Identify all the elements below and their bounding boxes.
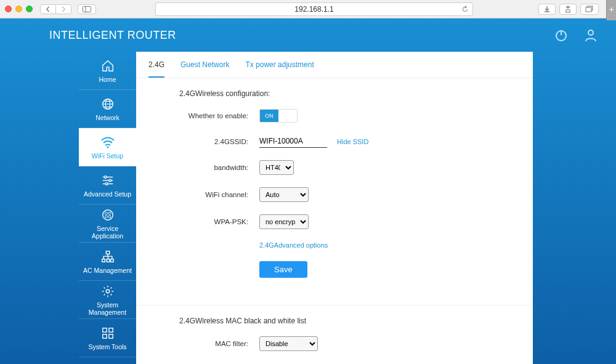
ssid-label: 2.4GSSID: bbox=[179, 138, 259, 145]
refresh-icon[interactable] bbox=[461, 6, 469, 13]
sidebar-item-wifi[interactable]: WiFi Setup bbox=[79, 128, 136, 166]
toggle-off bbox=[278, 110, 297, 122]
banner: INTELLIGENT ROUTER bbox=[0, 18, 616, 52]
svg-point-28 bbox=[106, 289, 110, 293]
apps-icon bbox=[101, 208, 115, 222]
forward-button[interactable] bbox=[55, 5, 71, 14]
viewport: INTELLIGENT ROUTER Home Network bbox=[0, 18, 616, 364]
svg-rect-29 bbox=[102, 328, 106, 331]
tabs-button[interactable] bbox=[580, 4, 599, 15]
user-icon[interactable] bbox=[583, 27, 599, 43]
minimize-window-button[interactable] bbox=[15, 6, 22, 12]
svg-rect-32 bbox=[108, 334, 112, 338]
svg-point-23 bbox=[108, 215, 110, 217]
sidebar-item-label: WiFi Setup bbox=[92, 152, 123, 160]
sidebar-item-home[interactable]: Home bbox=[79, 52, 136, 90]
ssid-input[interactable] bbox=[259, 135, 327, 148]
share-button[interactable] bbox=[559, 4, 577, 15]
enable-label: Whether to enable: bbox=[179, 112, 259, 119]
tab-txpower[interactable]: Tx power adjustment bbox=[245, 60, 314, 78]
row-save: Save bbox=[179, 261, 490, 278]
section-title: 2.4GWireless configuration: bbox=[179, 89, 490, 98]
svg-rect-25 bbox=[102, 259, 105, 262]
svg-point-14 bbox=[104, 176, 107, 178]
chrome-right-buttons bbox=[538, 4, 599, 15]
sidebar-item-network[interactable]: Network bbox=[79, 90, 136, 128]
home-icon bbox=[101, 59, 115, 73]
row-enable: Whether to enable: ON bbox=[179, 109, 490, 123]
svg-rect-3 bbox=[586, 7, 591, 12]
tab-24g[interactable]: 2.4G bbox=[148, 60, 164, 78]
row-wpa: WPA-PSK: no encryption bbox=[179, 214, 490, 229]
enable-toggle[interactable]: ON bbox=[259, 109, 298, 123]
save-button[interactable]: Save bbox=[259, 261, 307, 278]
wpa-label: WPA-PSK: bbox=[179, 218, 259, 225]
tabs: 2.4G Guest Network Tx power adjustment bbox=[136, 52, 533, 78]
browser-chrome: 192.168.1.1 + bbox=[0, 0, 616, 18]
svg-point-16 bbox=[108, 179, 111, 182]
hierarchy-icon bbox=[101, 249, 115, 264]
tools-icon bbox=[101, 326, 115, 341]
toggle-on: ON bbox=[260, 110, 278, 122]
back-button[interactable] bbox=[41, 5, 55, 14]
tab-guest[interactable]: Guest Network bbox=[180, 60, 229, 78]
maximize-window-button[interactable] bbox=[26, 6, 33, 12]
svg-rect-27 bbox=[110, 259, 113, 262]
row-ssid: 2.4GSSID: Hide SSID bbox=[179, 135, 490, 148]
svg-rect-0 bbox=[83, 6, 91, 12]
row-mac-filter: MAC filter: Disable bbox=[179, 336, 490, 351]
sidebar-item-label: Home bbox=[99, 76, 116, 83]
wpa-select[interactable]: no encryption bbox=[259, 214, 309, 229]
downloads-button[interactable] bbox=[538, 4, 556, 15]
close-window-button[interactable] bbox=[5, 6, 12, 12]
svg-rect-31 bbox=[102, 334, 106, 338]
shell: Home Network WiFi Setup Advanced Setup bbox=[79, 52, 616, 364]
mac-section-title: 2.4GWireless MAC black and white list bbox=[179, 317, 490, 325]
sidebar-item-label: Advanced Setup bbox=[84, 190, 131, 198]
sidebar-item-label: AC Management bbox=[83, 267, 132, 274]
sidebar-item-system[interactable]: System Management bbox=[79, 281, 136, 319]
row-advanced: 2.4GAdvanced options bbox=[179, 241, 490, 249]
power-icon[interactable] bbox=[553, 27, 569, 43]
channel-select[interactable]: Auto bbox=[259, 187, 309, 202]
gear-icon bbox=[101, 284, 115, 299]
svg-rect-26 bbox=[107, 259, 110, 262]
bandwidth-select[interactable]: HT40 bbox=[259, 160, 294, 175]
sliders-icon bbox=[101, 173, 115, 188]
sidebar-item-label: System Tools bbox=[88, 343, 126, 350]
url-bar[interactable]: 192.168.1.1 bbox=[155, 2, 473, 16]
svg-point-21 bbox=[108, 212, 110, 214]
sidebar-item-ac[interactable]: AC Management bbox=[79, 243, 136, 281]
url-text: 192.168.1.1 bbox=[294, 5, 333, 14]
svg-point-18 bbox=[105, 182, 108, 185]
sidebar-item-service[interactable]: Service Application bbox=[79, 204, 136, 243]
svg-point-20 bbox=[105, 212, 107, 214]
svg-point-19 bbox=[102, 209, 113, 220]
sidebar-item-label: Service Application bbox=[81, 225, 134, 240]
sidebar-item-label: Network bbox=[95, 114, 120, 121]
advanced-options-link[interactable]: 2.4GAdvanced options bbox=[259, 241, 328, 249]
svg-point-6 bbox=[588, 30, 593, 35]
sidebar: Home Network WiFi Setup Advanced Setup bbox=[79, 52, 136, 364]
row-channel: WiFi channel: Auto bbox=[179, 187, 490, 202]
row-bandwidth: bandwidth: HT40 bbox=[179, 160, 490, 175]
svg-point-12 bbox=[107, 146, 108, 148]
mac-filter-select[interactable]: Disable bbox=[259, 336, 318, 351]
main-panel: 2.4G Guest Network Tx power adjustment 2… bbox=[136, 52, 533, 364]
banner-right bbox=[553, 27, 599, 43]
svg-point-22 bbox=[105, 215, 107, 217]
new-tab-button[interactable]: + bbox=[606, 0, 616, 20]
nav-buttons bbox=[40, 4, 71, 14]
sidebar-item-label: System Management bbox=[81, 301, 134, 316]
hide-ssid-link[interactable]: Hide SSID bbox=[337, 138, 368, 145]
sidebar-toggle-button[interactable] bbox=[78, 4, 96, 14]
mac-filter-label: MAC filter: bbox=[179, 340, 259, 347]
window-controls bbox=[5, 6, 33, 12]
globe-icon bbox=[101, 97, 115, 111]
svg-rect-24 bbox=[106, 251, 110, 254]
sidebar-item-advanced[interactable]: Advanced Setup bbox=[79, 166, 136, 204]
mac-section: 2.4GWireless MAC black and white list MA… bbox=[136, 305, 533, 364]
wifi-icon bbox=[100, 135, 115, 150]
wireless-config-section: 2.4GWireless configuration: Whether to e… bbox=[136, 78, 533, 300]
sidebar-item-tools[interactable]: System Tools bbox=[79, 319, 136, 357]
